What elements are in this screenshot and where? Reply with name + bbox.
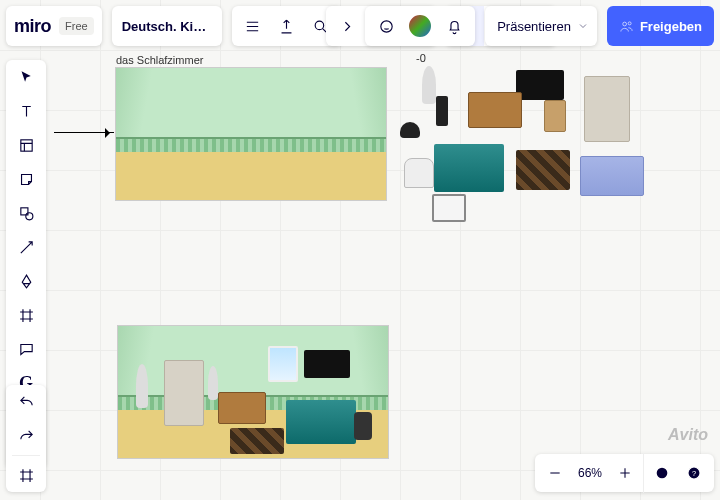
fit-button[interactable]: [6, 458, 46, 492]
export-icon[interactable]: [270, 6, 304, 46]
tool-select[interactable]: [6, 60, 46, 94]
clip-picture-frame[interactable]: [544, 100, 566, 132]
tool-frame[interactable]: [6, 298, 46, 332]
svg-point-7: [25, 212, 32, 219]
miro-logo: miro: [14, 16, 51, 37]
topbar-left: miro Free Deutsch. Kinder: [6, 6, 342, 46]
collab-pill: [365, 6, 475, 46]
chevron-down-icon: [577, 20, 589, 32]
svg-point-4: [628, 21, 631, 24]
plan-badge: Free: [59, 17, 94, 35]
svg-text:?: ?: [692, 469, 696, 478]
board-name: Deutsch. Kinder: [122, 19, 212, 34]
clip-headphones[interactable]: [400, 122, 420, 138]
clip-floor-lamp[interactable]: [422, 66, 436, 104]
zoom-controls: 66% ?: [535, 454, 714, 492]
tool-line[interactable]: [6, 230, 46, 264]
topbar-right: Präsentieren Freigeben: [365, 6, 714, 46]
left-toolbar-secondary: [6, 385, 46, 492]
svg-point-0: [315, 21, 324, 30]
tool-comment[interactable]: [6, 332, 46, 366]
clip-speakers[interactable]: [436, 96, 448, 126]
avatar[interactable]: [403, 6, 437, 46]
zoom-in-button[interactable]: [611, 454, 639, 492]
divider: [643, 453, 644, 493]
tool-template[interactable]: [6, 128, 46, 162]
redo-button[interactable]: [6, 419, 46, 453]
clip-bed-teal[interactable]: [434, 144, 504, 192]
reactions-icon[interactable]: [369, 6, 403, 46]
asset-cluster[interactable]: [392, 58, 672, 218]
watermark: Avito: [668, 426, 708, 444]
clip-window[interactable]: [432, 194, 466, 222]
undo-button[interactable]: [6, 385, 46, 419]
zoom-out-button[interactable]: [541, 454, 569, 492]
chevron-right-icon[interactable]: [330, 6, 364, 46]
divider: [12, 455, 40, 456]
clip-armchair[interactable]: [404, 158, 434, 188]
map-toggle[interactable]: [648, 454, 676, 492]
clip-rug[interactable]: [516, 150, 570, 190]
share-button[interactable]: Freigeben: [607, 6, 714, 46]
room-illustration-2: [118, 326, 388, 458]
tool-sticky[interactable]: [6, 162, 46, 196]
present-button[interactable]: Präsentieren: [485, 6, 597, 46]
svg-point-2: [380, 20, 391, 31]
logo-pill[interactable]: miro Free: [6, 6, 102, 46]
present-label: Präsentieren: [497, 19, 571, 34]
board-name-pill[interactable]: Deutsch. Kinder: [112, 6, 222, 46]
clip-tv[interactable]: [516, 70, 564, 100]
frame-empty-room[interactable]: [116, 68, 386, 200]
clip-bed-blue[interactable]: [580, 156, 644, 196]
frame-label: das Schlafzimmer: [116, 54, 203, 66]
frame-furnished-room[interactable]: [118, 326, 388, 458]
svg-rect-5: [20, 139, 31, 150]
tool-text[interactable]: [6, 94, 46, 128]
help-button[interactable]: ?: [680, 454, 708, 492]
notifications-icon[interactable]: [437, 6, 471, 46]
share-label: Freigeben: [640, 19, 702, 34]
svg-point-3: [623, 22, 627, 26]
people-icon: [619, 19, 634, 34]
arrow-connector[interactable]: [54, 132, 114, 133]
zoom-level[interactable]: 66%: [573, 466, 607, 480]
clip-desk[interactable]: [468, 92, 522, 128]
menu-icon[interactable]: [236, 6, 270, 46]
tool-shape[interactable]: [6, 196, 46, 230]
clip-wardrobe[interactable]: [584, 76, 630, 142]
tool-pen[interactable]: [6, 264, 46, 298]
svg-point-10: [657, 468, 668, 479]
room-illustration: [116, 68, 386, 200]
